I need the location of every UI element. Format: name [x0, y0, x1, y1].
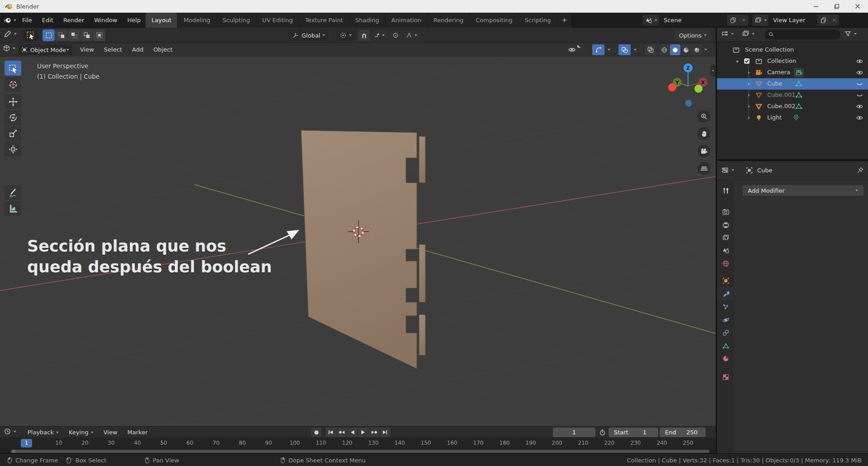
- tool-cursor[interactable]: [5, 77, 21, 92]
- scrollbar-knob[interactable]: [12, 450, 15, 453]
- timeline-menu-marker[interactable]: Marker: [123, 427, 153, 438]
- timeline-editor-type-button[interactable]: [4, 428, 16, 435]
- show-object-types-dropdown[interactable]: [568, 44, 581, 55]
- eye-closed-icon[interactable]: [856, 80, 863, 88]
- pin-icon[interactable]: [856, 166, 864, 174]
- tool-measure[interactable]: [5, 201, 21, 216]
- tab-modifiers[interactable]: [717, 287, 734, 300]
- current-frame-badge[interactable]: 1: [21, 439, 32, 447]
- eye-open-icon[interactable]: [856, 69, 863, 76]
- tool-select-box[interactable]: [5, 61, 21, 76]
- disclosure-right-icon[interactable]: [746, 115, 751, 120]
- outliner-row-collection[interactable]: Collection: [717, 56, 868, 67]
- tool-move[interactable]: [5, 94, 21, 109]
- outliner-row-cube-001[interactable]: Cube.001: [717, 90, 868, 101]
- proportional-edit-toggle[interactable]: [390, 30, 401, 41]
- editor-type-selector[interactable]: [4, 30, 17, 38]
- transform-orientation-dropdown[interactable]: Global: [288, 30, 329, 41]
- options-dropdown[interactable]: Options: [675, 30, 711, 41]
- gizmos-toggle-button[interactable]: [592, 44, 604, 55]
- overlays-toggle-button[interactable]: [618, 44, 631, 55]
- tab-object[interactable]: [717, 274, 734, 287]
- tool-rotate[interactable]: [5, 110, 21, 125]
- outliner-row-light[interactable]: Light: [717, 112, 868, 124]
- mesh-plane[interactable]: [301, 130, 425, 369]
- tab-world[interactable]: [717, 257, 734, 270]
- auto-key-record-button[interactable]: [311, 428, 321, 437]
- camera-view-button[interactable]: [698, 145, 710, 157]
- disclosure-right-icon[interactable]: [746, 93, 751, 98]
- tab-uv-editing[interactable]: UV Editing: [256, 13, 299, 28]
- tool-annotate[interactable]: [5, 185, 21, 200]
- navigation-gizmo[interactable]: Z Y X: [665, 61, 712, 110]
- collection-checkbox[interactable]: [743, 57, 750, 65]
- tab-output[interactable]: [717, 219, 734, 231]
- select-mode-invert-button[interactable]: [80, 29, 93, 41]
- disclosure-right-icon[interactable]: [746, 70, 751, 75]
- snap-settings-dropdown[interactable]: [370, 30, 388, 41]
- eye-closed-icon[interactable]: [856, 91, 863, 99]
- gizmo-y-neg-axis[interactable]: [694, 85, 703, 93]
- disclosure-right-icon[interactable]: [746, 104, 751, 109]
- shading-solid-button[interactable]: [670, 44, 680, 55]
- viewport-canvas[interactable]: User Perspective (1) Collection | Cube S…: [0, 57, 716, 426]
- viewport-menu-select[interactable]: Select: [99, 43, 127, 56]
- zoom-view-button[interactable]: [698, 110, 710, 123]
- tab-shading[interactable]: Shading: [349, 13, 385, 28]
- play-forward-button[interactable]: [358, 428, 368, 437]
- tab-animation[interactable]: Animation: [386, 13, 427, 28]
- menu-help[interactable]: Help: [123, 13, 146, 28]
- use-preview-range-button[interactable]: [599, 428, 606, 437]
- outliner-row-cube-002[interactable]: Cube.002: [717, 101, 868, 112]
- timeline-menu-keying[interactable]: Keying: [64, 427, 99, 438]
- disclosure-down-icon[interactable]: [735, 59, 740, 64]
- tab-object-constraints[interactable]: [717, 326, 734, 339]
- toggle-perspective-button[interactable]: [698, 162, 710, 175]
- tool-transform[interactable]: [5, 142, 21, 157]
- outliner-row-camera[interactable]: Camera: [717, 67, 868, 78]
- properties-editor-type-button[interactable]: [721, 166, 734, 174]
- select-mode-subtract-button[interactable]: [68, 29, 80, 41]
- select-mode-intersect-button[interactable]: [93, 29, 105, 41]
- tab-scene[interactable]: [717, 244, 734, 257]
- jump-to-start-button[interactable]: [326, 428, 336, 437]
- tab-render[interactable]: [717, 205, 734, 218]
- play-reverse-button[interactable]: [347, 428, 358, 437]
- gizmos-dropdown[interactable]: [605, 44, 610, 55]
- frame-end-field[interactable]: End 250: [660, 428, 706, 437]
- tab-modeling[interactable]: Modeling: [178, 13, 216, 28]
- tab-rendering[interactable]: Rendering: [428, 13, 469, 28]
- view-layer-browse-button[interactable]: [752, 14, 769, 26]
- view-layer-remove-button[interactable]: [829, 14, 839, 26]
- select-mode-set-button[interactable]: [42, 29, 55, 41]
- active-tool-tweak-button[interactable]: [23, 29, 39, 41]
- tab-material[interactable]: [717, 352, 734, 365]
- tab-object-data[interactable]: [717, 339, 734, 352]
- tab-physics[interactable]: [717, 314, 734, 326]
- menu-edit[interactable]: Edit: [37, 13, 58, 28]
- timeline-menu-playback[interactable]: Playback: [23, 427, 64, 438]
- menu-file[interactable]: File: [17, 13, 37, 28]
- timeline-ruler[interactable]: 1 10203040506070809010011012013014015016…: [0, 437, 716, 449]
- close-button[interactable]: [847, 0, 868, 13]
- mode-dropdown[interactable]: Object Mode: [18, 44, 72, 55]
- overlays-dropdown[interactable]: [632, 44, 637, 55]
- pivot-point-dropdown[interactable]: [336, 30, 355, 41]
- timeline-menu-view[interactable]: View: [99, 427, 123, 438]
- snap-toggle-button[interactable]: [358, 30, 370, 41]
- outliner-display-mode-button[interactable]: [742, 30, 755, 38]
- blender-menu-button[interactable]: [4, 13, 16, 28]
- jump-to-end-button[interactable]: [380, 428, 390, 437]
- tab-tool[interactable]: [717, 184, 734, 197]
- proportional-falloff-dropdown[interactable]: [402, 30, 420, 41]
- scene-name-field[interactable]: Scene: [659, 14, 727, 26]
- tab-layout[interactable]: Layout: [146, 13, 177, 28]
- eye-open-icon[interactable]: [856, 103, 863, 110]
- scene-unlink-button[interactable]: [739, 14, 749, 26]
- tab-scripting[interactable]: Scripting: [519, 13, 557, 28]
- add-modifier-dropdown[interactable]: Add Modifier: [742, 185, 864, 196]
- shading-dropdown[interactable]: [702, 44, 707, 55]
- tab-compositing[interactable]: Compositing: [470, 13, 519, 28]
- scene-browse-button[interactable]: [643, 14, 659, 26]
- scene-new-button[interactable]: [727, 14, 739, 26]
